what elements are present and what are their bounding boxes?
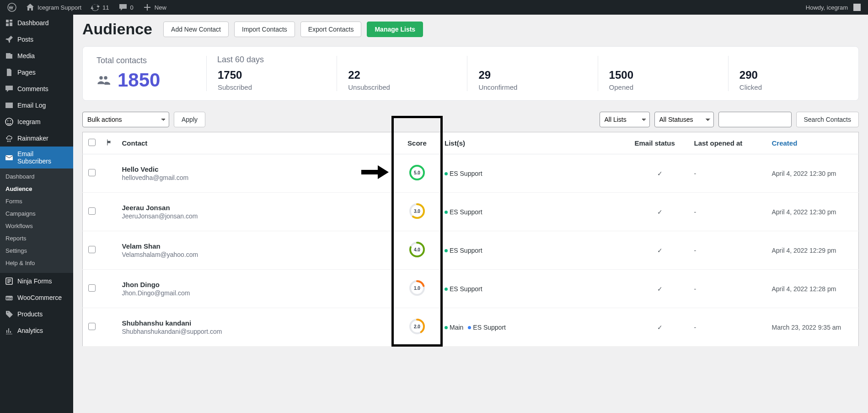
envelope-icon xyxy=(5,101,14,110)
apply-button[interactable]: Apply xyxy=(174,112,205,127)
score-ring: 2.0 xyxy=(409,318,425,335)
contact-email: hellovedha@gmail.com xyxy=(122,174,390,181)
add-new-contact-button[interactable]: Add New Contact xyxy=(163,22,229,37)
export-contacts-button[interactable]: Export Contacts xyxy=(300,22,362,37)
sidebar-item-woocommerce[interactable]: Woo WooCommerce xyxy=(0,289,73,306)
lists-cell: ES Support xyxy=(440,270,630,308)
manage-lists-button[interactable]: Manage Lists xyxy=(367,22,423,37)
stat-label: Unsubscribed xyxy=(348,83,456,91)
page-icon xyxy=(5,68,14,77)
sidebar-item-label: WooCommerce xyxy=(17,294,62,301)
sidebar-item-comments[interactable]: Comments xyxy=(0,81,73,97)
site-link[interactable]: Icegram Support xyxy=(22,0,85,15)
sidebar-item-rainmaker[interactable]: Rainmaker xyxy=(0,130,73,147)
sidebar-item-media[interactable]: Media xyxy=(0,48,73,64)
sidebar-item-email-log[interactable]: Email Log xyxy=(0,97,73,114)
contact-name[interactable]: Shubhanshu kandani xyxy=(122,319,390,327)
last-60-days-label: Last 60 days xyxy=(217,55,264,65)
sidebar-item-label: Rainmaker xyxy=(17,135,48,142)
stat-total: Total contacts 1850 xyxy=(83,56,206,91)
updates-count: 11 xyxy=(102,4,109,11)
stat-label: Opened xyxy=(609,83,717,91)
all-statuses-select[interactable]: All Statuses xyxy=(654,112,714,127)
col-created[interactable]: Created xyxy=(767,132,859,154)
sidebar-item-email-subscribers[interactable]: Email Subscribers xyxy=(0,147,73,168)
contact-name[interactable]: Jhon Dingo xyxy=(122,281,390,288)
stat-col-clicked: 290 Clicked xyxy=(728,56,858,91)
stat-value: 29 xyxy=(478,69,586,82)
row-checkbox[interactable] xyxy=(88,284,96,292)
stat-columns: Last 60 days 1750 Subscribed22 Unsubscri… xyxy=(206,56,858,91)
score-ring: 1.0 xyxy=(409,280,425,296)
submenu-item-dashboard[interactable]: Dashboard xyxy=(0,170,73,183)
rain-icon xyxy=(5,134,14,143)
table-toolbar: Bulk actions Apply All Lists All Statuse… xyxy=(82,112,859,127)
updates-link[interactable]: 11 xyxy=(87,0,113,15)
sidebar-item-posts[interactable]: Posts xyxy=(0,31,73,48)
table-header-row: Contact Score List(s) Email status Last … xyxy=(83,132,859,154)
new-link[interactable]: New xyxy=(139,0,170,15)
woo-icon: Woo xyxy=(5,293,14,302)
sidebar-item-icegram[interactable]: Icegram xyxy=(0,114,73,130)
status-dot xyxy=(445,172,448,175)
sidebar-item-products[interactable]: Products xyxy=(0,306,73,322)
svg-point-2 xyxy=(7,120,8,121)
table-row: Velam Shan Velamshalam@yahoo.com 4.0 ES … xyxy=(83,231,859,270)
search-input[interactable] xyxy=(718,112,792,127)
contact-name[interactable]: Jeerau Jonsan xyxy=(122,204,390,212)
contact-name[interactable]: Hello Vedic xyxy=(122,165,390,173)
table-row: Shubhanshu kandani Shubhanshukandani@sup… xyxy=(83,308,859,347)
submenu-item-audience[interactable]: Audience xyxy=(0,183,73,195)
col-email-status[interactable]: Email status xyxy=(630,132,690,154)
status-dot xyxy=(445,211,448,214)
email-status-cell: ✓ xyxy=(630,193,690,231)
comments-count: 0 xyxy=(130,4,134,11)
col-score[interactable]: Score xyxy=(394,132,440,154)
col-last-opened[interactable]: Last opened at xyxy=(690,132,767,154)
status-dot xyxy=(445,288,448,291)
all-lists-select[interactable]: All Lists xyxy=(600,112,650,127)
stat-label: Unconfirmed xyxy=(478,83,586,91)
comments-link[interactable]: 0 xyxy=(115,0,137,15)
import-contacts-button[interactable]: Import Contacts xyxy=(234,22,295,37)
contact-email: JeeruJonsan@jonsan.com xyxy=(122,212,390,220)
submenu-item-campaigns[interactable]: Campaigns xyxy=(0,207,73,220)
wp-logo[interactable] xyxy=(4,0,20,15)
sidebar-item-analytics[interactable]: Analytics xyxy=(0,322,73,339)
sidebar-item-dashboard[interactable]: Dashboard xyxy=(0,15,73,31)
submenu-item-forms[interactable]: Forms xyxy=(0,195,73,207)
contact-name[interactable]: Velam Shan xyxy=(122,242,390,250)
list-tag: ES Support xyxy=(445,285,482,293)
stat-label: Clicked xyxy=(739,83,847,91)
comment-icon xyxy=(5,84,14,93)
submenu-item-reports[interactable]: Reports xyxy=(0,232,73,245)
table-row: Hello Vedic hellovedha@gmail.com 5.0 ES … xyxy=(83,154,859,193)
svg-text:Woo: Woo xyxy=(5,297,12,300)
flag-icon[interactable] xyxy=(106,139,113,146)
email-status-cell: ✓ xyxy=(630,270,690,308)
submenu-item-workflows[interactable]: Workflows xyxy=(0,220,73,232)
sidebar-item-label: Pages xyxy=(17,69,36,76)
row-checkbox[interactable] xyxy=(88,246,96,253)
total-contacts-value: 1850 xyxy=(118,69,160,91)
sidebar-item-label: Icegram xyxy=(17,118,41,125)
row-checkbox[interactable] xyxy=(88,323,96,330)
sidebar-item-label: Email Log xyxy=(17,102,46,109)
search-contacts-button[interactable]: Search Contacts xyxy=(796,112,859,127)
col-lists[interactable]: List(s) xyxy=(440,132,630,154)
select-all-checkbox[interactable] xyxy=(88,139,96,146)
sidebar-item-label: Dashboard xyxy=(17,19,49,27)
row-checkbox[interactable] xyxy=(88,207,96,215)
col-contact[interactable]: Contact xyxy=(118,132,394,154)
sidebar-item-ninja-forms[interactable]: Ninja Forms xyxy=(0,273,73,289)
howdy-link[interactable]: Howdy, icegram xyxy=(802,0,864,15)
lists-cell: ES Support xyxy=(440,193,630,231)
face-icon xyxy=(5,117,14,126)
submenu-item-settings[interactable]: Settings xyxy=(0,245,73,257)
sidebar-item-label: Analytics xyxy=(17,327,43,334)
row-checkbox[interactable] xyxy=(88,169,96,176)
submenu-item-help-info[interactable]: Help & Info xyxy=(0,257,73,269)
sidebar-item-label: Ninja Forms xyxy=(17,277,52,285)
bulk-actions-select[interactable]: Bulk actions xyxy=(82,112,169,127)
sidebar-item-pages[interactable]: Pages xyxy=(0,64,73,81)
